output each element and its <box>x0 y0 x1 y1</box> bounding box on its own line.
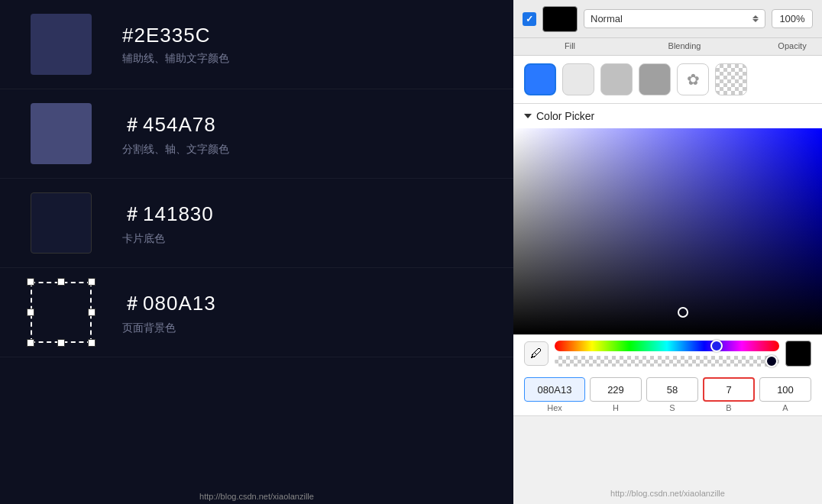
color-item-2[interactable]: ＃454A78 分割线、轴、文字颜色 <box>0 89 513 179</box>
handle-ml[interactable] <box>27 309 34 316</box>
handle-tm[interactable] <box>57 278 65 286</box>
handle-mr[interactable] <box>88 309 95 316</box>
gradient-canvas[interactable] <box>513 128 822 334</box>
color-hex-3: ＃141830 <box>122 201 214 228</box>
eyedropper-button[interactable]: 🖊 <box>524 341 549 366</box>
swatch-darkgray[interactable] <box>639 63 671 95</box>
blending-label: Blending <box>597 41 772 50</box>
h-field-group: H <box>590 377 642 412</box>
blend-mode-dropdown[interactable]: Normal <box>584 9 765 28</box>
handle-tr[interactable] <box>88 278 95 286</box>
color-picker-title: Color Picker <box>536 110 594 122</box>
fill-color-preview[interactable] <box>542 6 578 32</box>
url-watermark: http://blog.csdn.net/xiaolanzille <box>0 492 513 501</box>
color-swatch-3 <box>31 192 92 254</box>
s-label: S <box>669 403 675 412</box>
color-hex-4: ＃080A13 <box>122 290 216 317</box>
handle-bl[interactable] <box>27 339 34 347</box>
sliders-area: 🖊 <box>513 334 822 373</box>
color-swatch-2 <box>31 103 92 164</box>
swatch-gray[interactable] <box>600 63 633 95</box>
a-input[interactable] <box>759 377 811 402</box>
s-field-group: S <box>646 377 698 412</box>
color-item-1[interactable]: #2E335C 辅助线、辅助文字颜色 <box>0 0 513 89</box>
color-desc-2: 分割线、轴、文字颜色 <box>122 143 229 157</box>
fill-label: Fill <box>542 41 597 50</box>
current-color-box <box>785 341 811 367</box>
fill-checkbox[interactable] <box>523 12 536 26</box>
h-label: H <box>613 403 619 412</box>
selection-border <box>31 282 92 343</box>
alpha-handle[interactable] <box>765 355 778 367</box>
swatches-row <box>513 56 822 104</box>
color-hex-2: ＃454A78 <box>122 111 229 138</box>
inputs-row: Hex H S B A <box>513 373 822 415</box>
color-info-4: ＃080A13 页面背景色 <box>122 290 216 335</box>
color-hex-1: #2E335C <box>122 24 229 47</box>
top-bar: Normal 100% <box>513 0 822 38</box>
swatch-solid-color[interactable] <box>524 63 556 95</box>
gradient-handle[interactable] <box>678 307 688 318</box>
url-text: http://blog.csdn.net/xiaolanzille <box>513 483 822 504</box>
color-desc-3: 卡片底色 <box>122 232 214 246</box>
a-label: A <box>782 403 788 412</box>
swatch-pattern[interactable] <box>677 63 709 95</box>
color-desc-4: 页面背景色 <box>122 321 216 335</box>
opacity-field[interactable]: 100% <box>772 9 813 28</box>
swatch-light[interactable] <box>562 63 594 95</box>
a-field-group: A <box>759 377 811 412</box>
handle-br[interactable] <box>88 339 95 347</box>
collapse-icon <box>524 114 532 118</box>
blend-mode-label: Normal <box>591 13 749 24</box>
gradient-dark-overlay <box>513 128 822 334</box>
handle-tl[interactable] <box>27 278 34 286</box>
color-info-1: #2E335C 辅助线、辅助文字颜色 <box>122 24 229 66</box>
stepper-up[interactable] <box>752 15 759 18</box>
opacity-label: Opacity <box>772 41 813 50</box>
alpha-slider[interactable] <box>555 356 779 367</box>
hex-label: Hex <box>547 403 562 412</box>
color-item-3[interactable]: ＃141830 卡片底色 <box>0 179 513 268</box>
eyedropper-icon: 🖊 <box>530 347 542 360</box>
h-input[interactable] <box>590 377 642 402</box>
blend-stepper[interactable] <box>752 15 759 22</box>
color-picker-section: Color Picker 🖊 <box>513 104 822 416</box>
hue-slider[interactable] <box>555 341 779 351</box>
color-picker-header[interactable]: Color Picker <box>513 104 822 128</box>
swatch-checker[interactable] <box>715 63 747 95</box>
stepper-down[interactable] <box>752 19 759 22</box>
color-desc-1: 辅助线、辅助文字颜色 <box>122 52 229 66</box>
hue-handle[interactable] <box>710 340 723 352</box>
color-info-2: ＃454A78 分割线、轴、文字颜色 <box>122 111 229 157</box>
color-swatch-1 <box>31 14 92 75</box>
hex-field-group: Hex <box>524 377 585 412</box>
labels-row: Fill Blending Opacity <box>513 38 822 56</box>
b-label: B <box>726 403 731 412</box>
color-item-4[interactable]: ＃080A13 页面背景色 <box>0 268 513 357</box>
b-input[interactable] <box>703 377 755 402</box>
color-info-3: ＃141830 卡片底色 <box>122 201 214 246</box>
s-input[interactable] <box>646 377 698 402</box>
hex-input[interactable] <box>524 377 585 402</box>
sliders-stack <box>555 341 779 367</box>
left-panel: #2E335C 辅助线、辅助文字颜色 ＃454A78 分割线、轴、文字颜色 ＃1… <box>0 0 513 504</box>
b-field-group: B <box>703 377 755 412</box>
handle-container <box>31 282 92 343</box>
handle-bm[interactable] <box>57 339 65 347</box>
right-panel: Normal 100% Fill Blending Opacity Color … <box>513 0 822 504</box>
